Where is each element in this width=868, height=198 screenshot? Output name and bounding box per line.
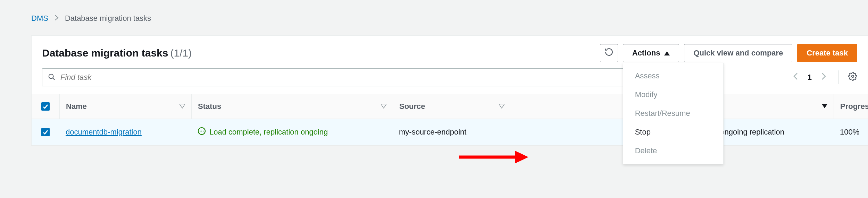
search-box[interactable] <box>42 68 688 86</box>
th-progress[interactable]: Progress <box>834 94 868 119</box>
actions-item-restart[interactable]: Restart/Resume <box>623 104 723 123</box>
breadcrumb: DMS Database migration tasks <box>31 14 868 23</box>
quick-view-button[interactable]: Quick view and compare <box>684 44 792 62</box>
pager: 1 <box>791 70 857 84</box>
chevron-right-icon <box>55 14 59 23</box>
th-source-label: Source <box>399 102 425 111</box>
table-row[interactable]: documentdb-migration Load complete, <box>32 119 868 145</box>
gear-icon <box>848 74 857 83</box>
create-task-button[interactable]: Create task <box>797 44 857 62</box>
sort-icon <box>381 102 386 111</box>
actions-item-delete[interactable]: Delete <box>623 141 723 160</box>
svg-marker-15 <box>515 151 528 163</box>
th-status[interactable]: Status <box>191 94 393 119</box>
actions-button[interactable]: Actions <box>623 44 679 62</box>
breadcrumb-root[interactable]: DMS <box>31 14 48 23</box>
th-source[interactable]: Source <box>393 94 511 119</box>
breadcrumb-current: Database migration tasks <box>65 14 151 23</box>
source-value: my-source-endpoint <box>399 128 466 137</box>
th-name-label: Name <box>66 102 87 111</box>
task-name-link[interactable]: documentdb-migration <box>66 128 142 137</box>
tasks-table: Name Status Source <box>32 94 868 145</box>
refresh-icon <box>604 48 614 59</box>
pager-next[interactable] <box>819 70 828 84</box>
quick-view-label: Quick view and compare <box>693 49 783 58</box>
svg-marker-4 <box>180 104 185 108</box>
th-name[interactable]: Name <box>59 94 191 119</box>
refresh-button[interactable] <box>600 44 618 62</box>
svg-point-1 <box>49 74 53 78</box>
th-status-label: Status <box>198 102 221 111</box>
table-header: Name Status Source <box>32 94 868 119</box>
tasks-panel: Database migration tasks (1/1) Actions <box>31 35 868 146</box>
annotation-arrow <box>459 149 528 165</box>
row-checkbox[interactable] <box>41 128 50 136</box>
svg-point-11 <box>200 131 201 132</box>
svg-marker-0 <box>664 51 670 55</box>
svg-line-2 <box>53 78 55 80</box>
th-progress-label: Progress <box>840 102 868 111</box>
sort-icon <box>822 102 827 111</box>
status-text: Load complete, replication ongoing <box>209 128 328 137</box>
search-input[interactable] <box>60 73 682 82</box>
caret-up-icon <box>664 49 670 58</box>
svg-point-3 <box>852 75 854 78</box>
page-title-count: (1/1) <box>170 47 192 59</box>
status-badge: Load complete, replication ongoing <box>198 127 328 137</box>
actions-item-modify[interactable]: Modify <box>623 85 723 104</box>
page-title: Database migration tasks <box>42 47 168 59</box>
svg-point-13 <box>203 131 204 132</box>
settings-button[interactable] <box>848 72 857 83</box>
create-task-label: Create task <box>807 49 848 58</box>
sort-icon <box>499 102 504 111</box>
svg-marker-8 <box>822 104 827 108</box>
pager-prev[interactable] <box>791 70 800 84</box>
status-ok-icon <box>198 127 206 137</box>
pager-page: 1 <box>808 73 812 82</box>
actions-dropdown: Assess Modify Restart/Resume Stop Delete <box>623 63 724 164</box>
svg-marker-6 <box>499 104 504 108</box>
actions-item-assess[interactable]: Assess <box>623 67 723 85</box>
progress-value: 100% <box>840 128 859 137</box>
actions-item-stop[interactable]: Stop <box>623 123 723 141</box>
svg-point-12 <box>201 131 202 132</box>
search-icon <box>48 73 56 82</box>
select-all-checkbox[interactable] <box>41 102 50 111</box>
svg-marker-5 <box>381 104 386 108</box>
actions-label: Actions <box>632 49 660 58</box>
sort-icon <box>180 102 185 111</box>
